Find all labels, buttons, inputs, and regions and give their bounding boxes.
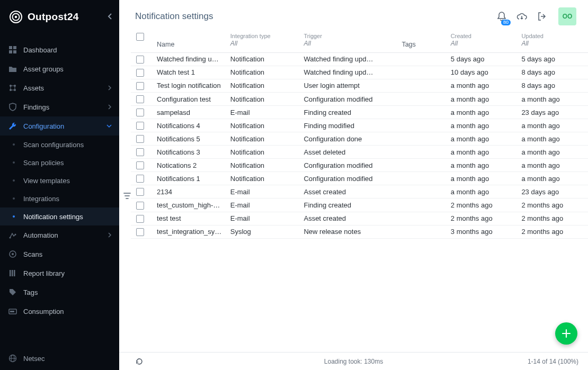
sidebar-item-label: Consumption [23,308,64,315]
row-checkbox[interactable] [136,202,144,210]
row-checkbox[interactable] [136,82,144,90]
cell-updated: a month ago [517,119,588,132]
cell-name: Watch test 1 [153,66,226,79]
sidebar-item-label: Scans [23,250,42,258]
table-row[interactable]: test_integration_sysl…SyslogNew release … [131,225,588,238]
row-checkbox[interactable] [136,228,144,236]
svg-rect-17 [14,270,15,276]
table-row[interactable]: test_custom_high-riskE-mailFinding creat… [131,198,588,212]
row-checkbox[interactable] [136,56,144,64]
row-checkbox[interactable] [136,148,144,156]
cell-type: Notification [226,119,300,132]
row-checkbox[interactable] [136,109,144,116]
cell-name: Notifications 1 [153,172,226,185]
cell-name: Notifications 4 [153,119,226,132]
cell-name: Test login notification [153,79,226,92]
cell-type: E-mail [226,212,300,225]
cell-updated: a month ago [517,172,588,185]
col-header-name[interactable]: Name [153,30,226,52]
col-header-trigger[interactable]: TriggerAll [299,30,397,52]
cell-tags [397,119,446,132]
consumption-icon [7,308,18,315]
row-checkbox[interactable] [136,122,144,130]
sidebar-item-report-library[interactable]: Report library [0,264,119,283]
table-row[interactable]: Notifications 4NotificationFinding modif… [131,119,588,132]
sidebar-item-automation[interactable]: Automation [0,225,119,245]
row-checkbox[interactable] [136,215,144,223]
svg-rect-6 [13,50,16,53]
cell-created: a month ago [447,132,518,146]
cell-trigger: Configuration modified [299,92,397,105]
svg-point-11 [10,237,11,239]
dashboard-icon [7,46,18,54]
table-row[interactable]: Notifications 1NotificationConfiguration… [131,172,588,185]
table-row[interactable]: sampelasdE-mailFinding createda month ag… [131,106,588,119]
notifications-badge: 80 [501,20,511,25]
cell-tags [397,198,446,212]
table-row[interactable]: Notications 2NotificationConfiguration m… [131,159,588,172]
table-row[interactable]: test testE-mailAsset created2 months ago… [131,212,588,225]
table-row[interactable]: Watch test 1NotificationWatched finding … [131,66,588,79]
cell-trigger: Finding created [299,106,397,119]
sidebar-item-asset-groups[interactable]: Asset groups [0,59,119,78]
cell-updated: a month ago [517,159,588,172]
table-row[interactable]: Watched finding upd…NotificationWatched … [131,52,588,66]
select-all-checkbox[interactable] [136,33,144,41]
sidebar-item-dashboard[interactable]: Dashboard [0,40,119,59]
cell-trigger: Configuration modified [299,172,397,185]
row-checkbox[interactable] [136,69,144,77]
sidebar-item-label: Dashboard [23,46,57,54]
row-checkbox[interactable] [136,161,144,169]
cell-trigger: Asset deleted [299,146,397,159]
cloud-download-button[interactable] [513,7,531,25]
sidebar-item-scans[interactable]: Scans [0,245,119,264]
add-button[interactable] [555,322,577,345]
collapse-sidebar-button[interactable] [108,13,113,20]
cell-updated: 2 months ago [517,225,588,238]
table-row[interactable]: Notifications 3NotificationAsset deleted… [131,146,588,159]
sidebar-footer[interactable]: Netsec [0,349,119,370]
table-row[interactable]: Test login notificationNotificationUser … [131,79,588,92]
cell-updated: 5 days ago [517,52,588,66]
table-row[interactable]: Notifications 5NotificationConfiguration… [131,132,588,146]
svg-point-2 [15,16,17,18]
cell-trigger: Asset created [299,212,397,225]
cell-updated: 2 months ago [517,212,588,225]
page-title: Notification settings [135,11,213,22]
col-header-tags[interactable]: Tags [397,30,446,52]
refresh-button[interactable] [135,357,144,366]
svg-rect-19 [10,311,14,312]
sidebar-sub-integrations[interactable]: Integrations [0,189,119,207]
cell-updated: 8 days ago [517,66,588,79]
sidebar-sub-label: Scan configurations [23,141,84,149]
col-header-integration[interactable]: Integration typeAll [226,30,300,52]
sidebar-item-consumption[interactable]: Consumption [0,302,119,321]
notifications-button[interactable]: 80 [493,7,511,25]
row-checkbox[interactable] [136,188,144,196]
sidebar-item-findings[interactable]: Findings [0,97,119,116]
cell-updated: a month ago [517,92,588,105]
cell-type: Syslog [226,225,300,238]
sidebar-sub-scan-configurations[interactable]: Scan configurations [0,136,119,154]
row-checkbox[interactable] [136,175,144,183]
cell-created: 3 months ago [447,225,518,238]
sidebar-item-configuration[interactable]: Configuration [0,116,119,136]
table-row[interactable]: Configuration testNotificationConfigurat… [131,92,588,105]
col-header-created[interactable]: CreatedAll [447,30,518,52]
row-checkbox[interactable] [136,95,144,103]
brand-logo-icon [8,10,23,24]
svg-rect-16 [12,270,13,276]
sidebar-sub-view-templates[interactable]: View templates [0,172,119,189]
sidebar-sub-scan-policies[interactable]: Scan policies [0,154,119,172]
cell-tags [397,172,446,185]
row-checkbox[interactable] [136,135,144,143]
sidebar-item-tags[interactable]: Tags [0,283,119,302]
cell-type: E-mail [226,185,300,198]
cell-name: sampelasd [153,106,226,119]
table-row[interactable]: 2134E-mailAsset createda month ago23 day… [131,185,588,198]
col-header-updated[interactable]: UpdatedAll [517,30,588,52]
avatar[interactable]: OO [558,7,576,25]
sidebar-item-assets[interactable]: Assets [0,78,119,97]
logout-button[interactable] [533,7,551,25]
sidebar-sub-notification-settings[interactable]: Notification settings [0,207,119,225]
